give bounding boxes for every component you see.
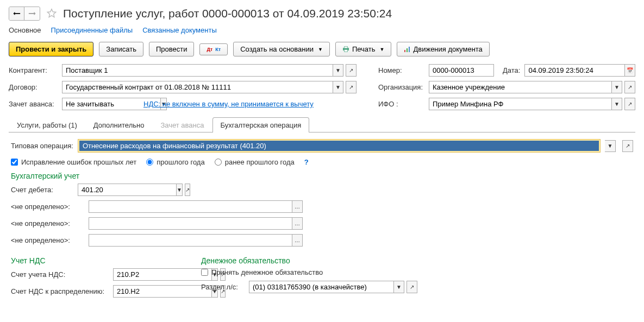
ellipsis-icon[interactable]: … — [292, 200, 303, 213]
ellipsis-icon[interactable]: … — [292, 217, 303, 230]
tab-main[interactable]: Основное — [9, 26, 41, 34]
ifo-input[interactable] — [429, 98, 611, 110]
dropdown-icon[interactable]: ▼ — [333, 64, 343, 77]
contractor-input[interactable] — [62, 64, 333, 77]
nav-links: Основное Присоединенные файлы Связанные … — [9, 26, 635, 34]
tab-files[interactable]: Присоединенные файлы — [51, 26, 133, 34]
section-ls-input[interactable] — [249, 281, 393, 293]
contract-input[interactable] — [62, 81, 333, 93]
svg-rect-5 — [409, 47, 410, 52]
favorite-star-icon[interactable] — [46, 8, 58, 20]
toolbar: Провести и закрыть Записать Провести ДтК… — [9, 42, 635, 56]
calendar-icon[interactable]: 📅 — [624, 64, 635, 77]
fix-errors-checkbox[interactable] — [11, 159, 18, 166]
dropdown-icon[interactable]: ▼ — [611, 98, 622, 110]
open-icon[interactable]: ↗ — [346, 64, 357, 77]
dropdown-icon[interactable]: ▼ — [176, 184, 183, 196]
accept-money-checkbox[interactable] — [201, 269, 208, 276]
svg-rect-1 — [344, 47, 347, 48]
vat-account-input[interactable] — [113, 268, 211, 281]
vat-account-label: Счет учета НДС: — [11, 270, 109, 279]
section-money-header: Денежное обязательство — [201, 256, 633, 265]
debit-label: Счет дебета: — [11, 186, 73, 194]
open-icon[interactable]: ↗ — [622, 140, 633, 152]
movements-button[interactable]: Движения документа — [397, 42, 489, 56]
dt-kt-button[interactable]: ДтКт — [199, 43, 228, 55]
open-icon[interactable]: ↗ — [346, 81, 357, 93]
org-label: Организация: — [378, 83, 424, 91]
forward-button[interactable]: 🠖 — [24, 7, 40, 20]
vat-link[interactable]: НДС: не включен в сумму, не принимается … — [143, 100, 314, 108]
svg-rect-2 — [344, 49, 347, 52]
open-icon[interactable]: ↗ — [185, 184, 190, 196]
typical-op-field[interactable]: Отнесение расходов на финансовый результ… — [78, 139, 601, 153]
open-icon[interactable]: ↗ — [624, 81, 635, 93]
section-accounting-header: Бухгалтерский учет — [11, 172, 633, 180]
tab-services[interactable]: Услуги, работы (1) — [9, 117, 85, 132]
section-vat-header: Учет НДС — [11, 256, 179, 265]
back-button[interactable]: 🠔 — [9, 7, 24, 20]
process-and-close-button[interactable]: Провести и закрыть — [9, 42, 93, 56]
debit-input[interactable] — [78, 184, 176, 196]
process-button[interactable]: Провести — [149, 42, 195, 56]
print-button[interactable]: Печать▼ — [335, 42, 392, 56]
movements-icon — [404, 46, 410, 53]
undef-input-2[interactable] — [89, 217, 292, 230]
undef-input-1[interactable] — [89, 200, 292, 213]
advance-label: Зачет аванса: — [9, 100, 58, 108]
undef-input-3[interactable] — [89, 234, 292, 247]
radio-earlier[interactable] — [215, 159, 222, 166]
page-title: Поступление услуг, работ 0000-000013 от … — [63, 7, 392, 20]
tab-related[interactable]: Связанные документы — [142, 26, 217, 34]
dropdown-icon[interactable]: ▼ — [611, 81, 622, 93]
ifo-label: ИФО : — [378, 100, 424, 108]
dropdown-icon[interactable]: ▼ — [333, 81, 343, 93]
undef-label: <не определено>: — [11, 219, 84, 228]
org-input[interactable] — [429, 81, 611, 93]
undef-label: <не определено>: — [11, 203, 84, 211]
typical-op-label: Типовая операция: — [11, 142, 73, 150]
print-icon — [342, 46, 349, 52]
help-icon[interactable]: ? — [304, 158, 309, 166]
svg-rect-3 — [404, 50, 405, 52]
contract-label: Договор: — [9, 83, 58, 91]
open-icon[interactable]: ↗ — [624, 98, 635, 110]
dropdown-icon[interactable]: ▼ — [393, 281, 404, 293]
save-button[interactable]: Записать — [99, 42, 143, 56]
dropdown-icon[interactable]: ▼ — [605, 140, 616, 152]
section-ls-label: Раздел л/с: — [201, 283, 245, 291]
number-input[interactable] — [429, 64, 494, 77]
accept-money-label: Принять денежное обязательство — [211, 268, 323, 276]
vat-dist-input[interactable] — [113, 285, 211, 298]
radio-last-year[interactable] — [146, 159, 153, 166]
tab-accounting[interactable]: Бухгалтерская операция — [212, 117, 310, 132]
number-label: Номер: — [378, 66, 424, 74]
vat-dist-label: Счет НДС к распределению: — [11, 287, 109, 295]
fix-errors-label: Исправление ошибок прошлых лет — [21, 158, 136, 166]
tab-additional[interactable]: Дополнительно — [85, 117, 153, 132]
contractor-label: Контрагент: — [9, 66, 58, 74]
tab-advance-offset: Зачет аванса — [152, 117, 212, 132]
undef-label: <не определено>: — [11, 236, 84, 244]
svg-rect-4 — [407, 48, 408, 52]
create-based-button[interactable]: Создать на основании▼ — [233, 42, 330, 56]
nav-buttons: 🠔 🠖 — [9, 7, 40, 21]
ellipsis-icon[interactable]: … — [292, 234, 303, 247]
open-icon[interactable]: ↗ — [407, 281, 417, 293]
date-input[interactable] — [524, 64, 624, 77]
content-tabs: Услуги, работы (1) Дополнительно Зачет а… — [9, 117, 635, 132]
date-label: Дата: — [503, 66, 520, 74]
